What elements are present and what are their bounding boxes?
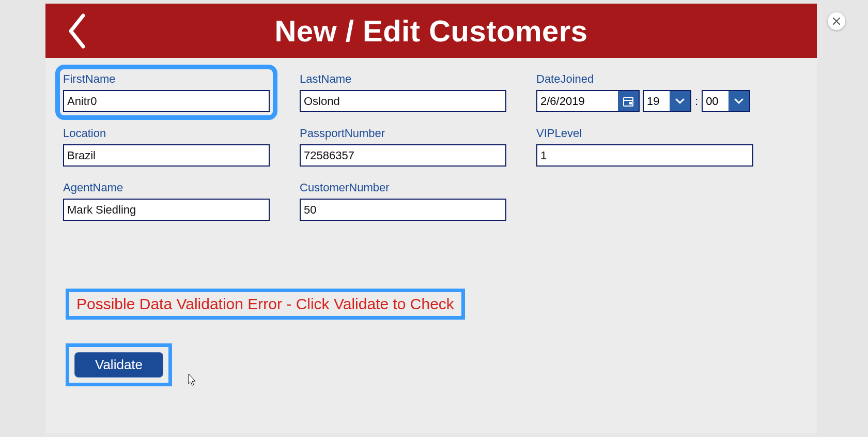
back-button[interactable] — [61, 10, 92, 52]
datejoined-hour-dropdown[interactable] — [670, 91, 690, 111]
form-row-2: Location PassportNumber VIPLevel — [63, 127, 799, 167]
validation-message: Possible Data Validation Error - Click V… — [69, 292, 461, 316]
app-window: New / Edit Customers FirstName LastName … — [45, 4, 817, 433]
field-datejoined: DateJoined — [536, 72, 758, 112]
field-agentname: AgentName — [63, 181, 270, 221]
form-area: FirstName LastName DateJoined — [45, 58, 817, 383]
svg-rect-2 — [629, 102, 632, 104]
field-location: Location — [63, 127, 270, 167]
chevron-down-icon — [675, 98, 685, 104]
datejoined-minute-dropdown[interactable] — [729, 91, 749, 111]
input-datejoined-minute[interactable] — [703, 91, 729, 111]
validate-button-highlight: Validate — [69, 347, 168, 383]
datejoined-calendar-button[interactable] — [618, 91, 639, 111]
input-agentname[interactable] — [63, 199, 270, 221]
label-location: Location — [63, 127, 270, 140]
field-lastname: LastName — [300, 72, 506, 112]
validate-button[interactable]: Validate — [74, 352, 163, 378]
input-datejoined-hour[interactable] — [644, 91, 670, 111]
input-firstname[interactable] — [63, 90, 270, 112]
input-lastname[interactable] — [300, 90, 506, 112]
label-passportnumber: PassportNumber — [300, 127, 506, 140]
label-customernumber: CustomerNumber — [300, 181, 506, 194]
close-icon — [833, 18, 840, 25]
page-title: New / Edit Customers — [45, 13, 817, 48]
input-viplevel[interactable] — [536, 144, 753, 167]
form-row-3: AgentName CustomerNumber — [63, 181, 799, 221]
input-customernumber[interactable] — [300, 199, 506, 221]
datejoined-controls: : — [536, 90, 758, 112]
field-customernumber: CustomerNumber — [300, 181, 506, 221]
field-viplevel: VIPLevel — [536, 127, 753, 167]
datejoined-hour-box — [643, 90, 691, 112]
label-datejoined: DateJoined — [536, 72, 758, 86]
field-passportnumber: PassportNumber — [300, 127, 506, 167]
chevron-left-icon — [66, 12, 87, 50]
form-row-1: FirstName LastName DateJoined — [63, 72, 799, 112]
chevron-down-icon — [734, 98, 743, 104]
input-passportnumber[interactable] — [300, 144, 506, 167]
input-location[interactable] — [63, 144, 270, 167]
datejoined-date-box — [536, 90, 640, 112]
calendar-icon — [623, 96, 634, 107]
label-viplevel: VIPLevel — [536, 127, 753, 140]
close-button[interactable] — [828, 12, 845, 30]
datejoined-minute-box — [702, 90, 750, 112]
time-separator: : — [694, 95, 699, 108]
header-bar: New / Edit Customers — [45, 4, 817, 58]
input-datejoined-date[interactable] — [537, 91, 618, 111]
field-firstname: FirstName — [63, 72, 270, 112]
label-agentname: AgentName — [63, 181, 270, 194]
label-firstname: FirstName — [63, 72, 270, 86]
label-lastname: LastName — [300, 72, 506, 86]
